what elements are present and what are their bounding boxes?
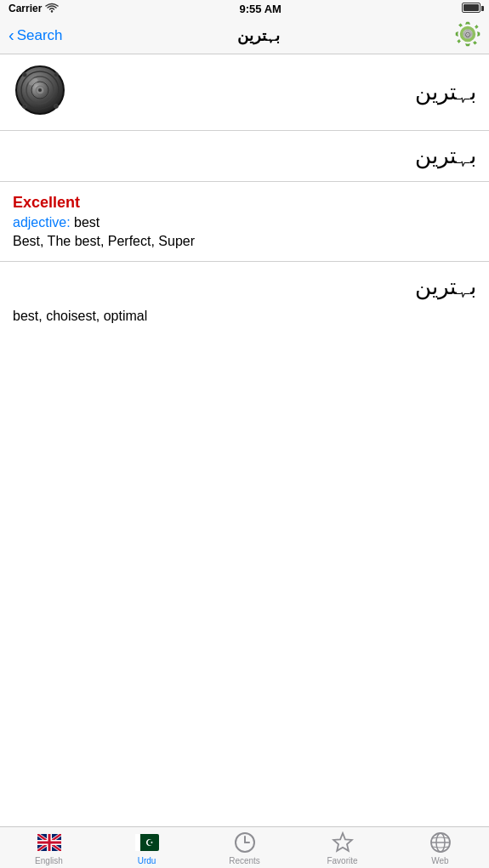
wifi-icon [45,3,59,15]
section2-urdu-word: بہترین [13,143,476,169]
adjective-label: adjective: [13,215,71,230]
tab-web[interactable]: Web [391,831,489,865]
tab-urdu[interactable]: ☪ Urdu [98,831,196,865]
excellent-label: Excellent [13,194,476,212]
carrier-info: Carrier [9,3,59,15]
svg-point-13 [38,88,42,92]
urdu-flag-icon: ☪ [135,831,159,854]
gear-icon: ⚙ [455,21,480,47]
tab-english[interactable]: English [0,831,98,865]
tab-favorite-label: Favorite [327,856,357,865]
globe-icon [429,831,452,854]
nav-bar: ‹ Search بہترین ⚙ [0,17,489,54]
section-entry2: بہترین best, choisest, optimal [0,262,489,336]
tab-recents[interactable]: Recents [196,831,293,865]
adjective-value: best [71,215,100,230]
clock-icon [233,831,257,854]
meanings-list: Best, The best, Perfect, Super [13,234,476,249]
svg-rect-29 [135,834,140,851]
section4-urdu-word: بہترین [13,274,476,300]
section-urdu-only: بہترین [0,131,489,182]
audio-play-button[interactable] [13,63,68,122]
tab-bar: English ☪ Urdu Recents F [0,826,489,868]
tab-web-label: Web [431,856,448,865]
section1-urdu-word: بہترین [415,79,476,105]
tab-recents-label: Recents [229,856,260,865]
svg-text:☪: ☪ [145,837,154,848]
status-bar: Carrier 9:55 AM [0,0,489,17]
main-content: بہترین بہترین Excellent adjective: best … [0,54,489,826]
tab-favorite[interactable]: Favorite [293,831,391,865]
chevron-left-icon: ‹ [9,26,14,45]
svg-rect-27 [37,841,61,843]
svg-text:⚙: ⚙ [464,31,471,39]
svg-point-18 [54,105,59,109]
back-button[interactable]: ‹ Search [9,26,63,45]
english-flag-icon [37,831,61,854]
svg-point-0 [51,10,53,12]
svg-marker-34 [333,833,352,851]
carrier-label: Carrier [9,3,42,14]
battery-indicator [462,3,480,15]
tab-english-label: English [35,856,63,865]
svg-point-16 [54,73,59,77]
star-icon [331,831,355,854]
speaker-icon [13,63,68,118]
section4-english-list: best, choisest, optimal [13,309,476,324]
section-meanings: Excellent adjective: best Best, The best… [0,182,489,262]
settings-button[interactable]: ⚙ [455,21,480,50]
adjective-line: adjective: best [13,215,476,230]
nav-title: بہترین [237,26,280,45]
section-speaker: بہترین [0,54,489,131]
tab-urdu-label: Urdu [138,856,156,865]
svg-point-17 [23,105,27,109]
svg-point-15 [23,73,27,77]
time-display: 9:55 AM [239,3,281,15]
back-label[interactable]: Search [17,27,63,44]
